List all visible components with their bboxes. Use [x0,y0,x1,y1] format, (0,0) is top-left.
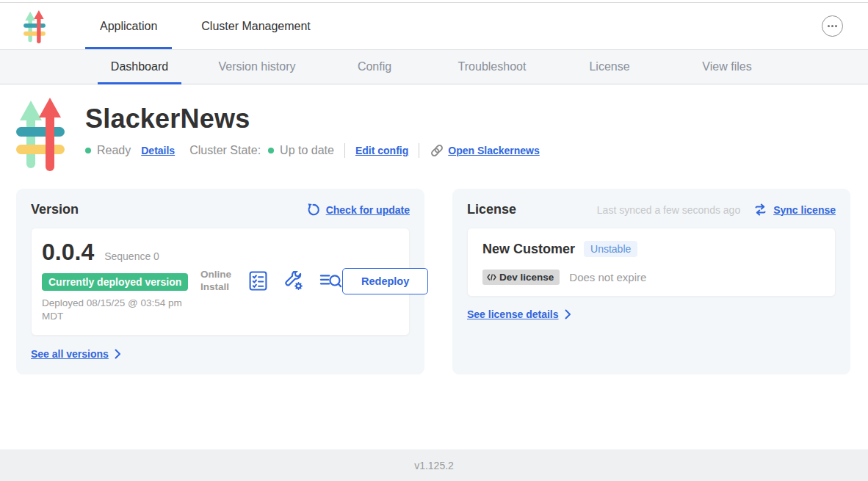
cluster-state-text: Up to date [280,144,334,157]
chevron-right-icon [115,349,121,359]
more-options-icon [828,25,830,27]
license-expiration: Does not expire [569,271,646,283]
refresh-icon [306,203,320,217]
chevron-right-icon [565,309,571,319]
main-content: SlackerNews Ready Details Cluster State:… [0,84,868,449]
console-version: v1.125.2 [414,460,454,471]
tab-config[interactable]: Config [316,50,433,84]
divider [344,143,345,158]
see-all-versions[interactable]: See all versions [31,348,410,360]
tab-view-files[interactable]: View files [668,50,786,84]
edit-config-icon[interactable] [283,271,303,291]
tab-version-history[interactable]: Version history [198,50,316,84]
slackernews-app-logo [16,96,65,171]
header-tabs: Application Cluster Management [78,3,333,49]
top-header: Application Cluster Management [0,3,868,49]
link-icon [430,143,444,158]
app-status-dot [85,148,91,153]
tab-cluster-management-label: Cluster Management [201,20,311,33]
deployed-timestamp: Deployed 08/15/25 @ 03:54 pm MDT [42,297,192,323]
license-type-tag: Dev license [482,270,560,285]
sequence-label: Sequence 0 [104,250,159,262]
current-version-panel: 0.0.4 Sequence 0 Currently deployed vers… [31,228,410,336]
sync-icon [753,203,767,216]
cluster-status-dot [268,148,274,153]
version-number: 0.0.4 [42,239,94,266]
footer: v1.125.2 [0,449,868,481]
license-card: License Last synced a few seconds ago Sy… [452,189,850,375]
customer-name: New Customer [482,242,575,257]
app-subnav: Dashboard Version history Config Trouble… [0,49,868,84]
license-card-header: License Last synced a few seconds ago Sy… [467,202,836,217]
navbar-logo[interactable] [0,3,57,49]
open-slackernews-link[interactable]: Open Slackernews [430,143,540,158]
edit-config-link[interactable]: Edit config [355,145,408,156]
preflight-checks-icon[interactable] [249,271,267,291]
last-synced-text: Last synced a few seconds ago [597,204,740,216]
deployed-status-badge: Currently deployed version [42,273,188,291]
divider [419,143,419,158]
version-card: Version Check for update 0.0.4 Sequ [16,189,424,375]
app-status-text: Ready [97,144,131,157]
cluster-state-label: Cluster State: [189,144,261,157]
tab-application-label: Application [100,20,157,33]
tab-cluster-management[interactable]: Cluster Management [179,3,333,49]
more-options-button[interactable] [822,15,843,37]
install-type-label: Online Install [200,269,237,294]
code-icon [487,274,496,281]
version-info: 0.0.4 Sequence 0 Currently deployed vers… [42,239,198,323]
tab-application[interactable]: Application [78,3,179,49]
tab-license[interactable]: License [551,50,668,84]
version-action-icons [249,271,342,291]
dashboard-cards: Version Check for update 0.0.4 Sequ [16,189,850,375]
status-row: Ready Details Cluster State: Up to date … [85,143,540,158]
check-for-update-link[interactable]: Check for update [326,204,410,216]
see-license-details-link[interactable]: See license details [467,308,559,320]
license-panel: New Customer Unstable Dev license Does n… [467,228,836,297]
license-card-title: License [467,202,516,217]
version-card-title: Version [31,202,79,217]
redeploy-button[interactable]: Redeploy [342,268,428,294]
title-block: SlackerNews Ready Details Cluster State:… [85,93,540,158]
page-title: SlackerNews [85,104,540,134]
see-all-versions-link[interactable]: See all versions [31,348,109,360]
tab-dashboard[interactable]: Dashboard [81,50,198,84]
details-link[interactable]: Details [141,145,175,156]
version-card-header: Version Check for update [31,202,410,217]
slackernews-logo-icon [22,10,47,43]
tab-troubleshoot[interactable]: Troubleshoot [433,50,551,84]
see-license-details[interactable]: See license details [467,308,836,320]
app-title-section: SlackerNews Ready Details Cluster State:… [16,93,850,171]
view-logs-icon[interactable] [319,272,342,290]
header-right [822,3,868,49]
channel-badge: Unstable [584,241,637,257]
sync-license-link[interactable]: Sync license [773,204,836,216]
